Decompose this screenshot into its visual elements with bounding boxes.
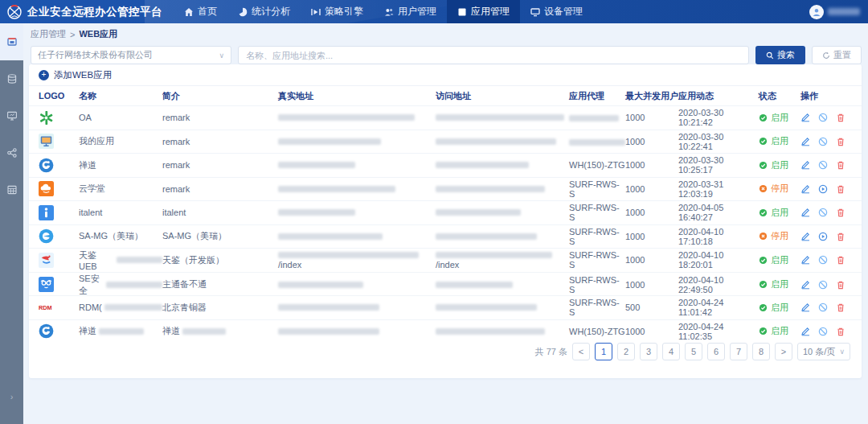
add-web-app-button[interactable]: + 添加WEB应用: [29, 64, 862, 86]
disable-app-button[interactable]: [818, 208, 828, 217]
app-description: 北京青铜器: [162, 302, 278, 314]
page-button-6[interactable]: 6: [707, 343, 725, 360]
page-size-select[interactable]: 10 条/页∨: [797, 343, 850, 360]
row-actions: [800, 232, 862, 241]
disable-app-button[interactable]: [818, 327, 828, 336]
breadcrumb-current: WEB应用: [79, 28, 117, 40]
search-button[interactable]: 搜索: [755, 46, 805, 64]
redacted-text: [436, 186, 545, 192]
search-input[interactable]: [238, 46, 749, 64]
disable-app-button[interactable]: [818, 303, 828, 312]
delete-app-button[interactable]: [836, 113, 845, 122]
sidebar-item-5[interactable]: [0, 171, 23, 208]
disable-app-button[interactable]: [818, 280, 828, 290]
status-badge: 启用: [759, 302, 800, 314]
edit-app-button[interactable]: [800, 137, 810, 146]
row-actions: [800, 280, 862, 290]
chevron-down-icon: ∨: [839, 348, 845, 356]
nav-item-6[interactable]: 设备管理: [520, 0, 593, 23]
delete-app-button[interactable]: [836, 184, 845, 194]
nav-item-2[interactable]: 统计分析: [227, 0, 301, 23]
max-concurrent-users: 1000: [625, 113, 678, 122]
topbar: 企业安全远程办公管控平台 首页统计分析策略引擎用户管理应用管理设备管理: [0, 0, 868, 23]
platform-logo-icon: [6, 4, 23, 20]
real-address: [278, 231, 436, 242]
chevron-down-icon: ∨: [219, 51, 224, 60]
edit-app-button[interactable]: [800, 303, 810, 312]
visit-address: [436, 326, 569, 337]
max-concurrent-users: 1000: [625, 160, 678, 170]
column-header: LOGO: [39, 91, 79, 101]
delete-app-button[interactable]: [836, 160, 845, 170]
column-header: 应用动态: [678, 90, 759, 102]
disable-app-button[interactable]: [818, 137, 828, 146]
edit-app-button[interactable]: [800, 184, 810, 194]
edit-app-button[interactable]: [800, 113, 810, 122]
delete-app-button[interactable]: [836, 208, 845, 217]
nav-item-5[interactable]: 应用管理: [447, 0, 520, 23]
disable-app-button[interactable]: [818, 255, 828, 265]
sidebar-item-3[interactable]: [0, 97, 23, 134]
user-menu[interactable]: [809, 0, 860, 23]
delete-app-button[interactable]: [836, 327, 845, 336]
check-circle-icon: [759, 256, 768, 265]
page-button-7[interactable]: 7: [730, 343, 747, 360]
column-header: 真实地址: [278, 90, 436, 102]
app-description: 禅道: [162, 325, 278, 337]
app-updated-time: 2020-04-24 11:02:35: [678, 322, 759, 341]
edit-app-button[interactable]: [800, 160, 810, 170]
sidebar-item-1[interactable]: [0, 23, 23, 60]
devices-icon: [530, 7, 540, 17]
edit-app-button[interactable]: [800, 255, 810, 265]
app-logo-italent: [39, 205, 54, 220]
breadcrumb-parent[interactable]: 应用管理: [31, 28, 66, 40]
filter-bar: 任子行网络技术股份有限公司 ∨ 搜索 重置: [23, 44, 868, 64]
redacted-text: [278, 162, 355, 168]
page-button-8[interactable]: 8: [752, 343, 770, 360]
column-header: 访问地址: [436, 90, 569, 102]
delete-app-button[interactable]: [836, 137, 845, 146]
disable-app-button[interactable]: [818, 160, 828, 170]
home-icon: [184, 7, 194, 17]
check-circle-icon: [759, 303, 768, 312]
delete-app-button[interactable]: [836, 303, 845, 312]
enable-app-button[interactable]: [818, 232, 828, 241]
edit-app-button[interactable]: [800, 232, 810, 241]
disable-app-button[interactable]: [818, 113, 828, 122]
page-button-3[interactable]: 3: [640, 343, 657, 360]
prev-page-button[interactable]: <: [572, 343, 590, 360]
page-button-5[interactable]: 5: [685, 343, 702, 360]
app-proxy: SURF-RWS-S: [569, 275, 625, 294]
grid-table-icon: [6, 184, 18, 196]
sidebar-expand-button[interactable]: ›: [0, 392, 23, 401]
redacted-text: [278, 282, 363, 288]
company-select[interactable]: 任子行网络技术股份有限公司 ∨: [31, 46, 231, 64]
edit-app-button[interactable]: [800, 208, 810, 217]
redacted-text: [436, 209, 521, 216]
redacted-text: [436, 282, 513, 288]
enable-app-button[interactable]: [818, 184, 828, 194]
page-button-2[interactable]: 2: [617, 343, 635, 360]
delete-app-button[interactable]: [836, 280, 845, 290]
redacted-text: [436, 304, 537, 311]
row-actions: [800, 184, 862, 194]
edit-app-button[interactable]: [800, 280, 810, 290]
sidebar-item-4[interactable]: [0, 134, 23, 171]
refresh-icon: [822, 51, 830, 60]
redacted-text: [278, 138, 381, 145]
status-badge: 启用: [759, 159, 800, 171]
sidebar-item-2[interactable]: [0, 60, 23, 97]
delete-app-button[interactable]: [836, 232, 845, 241]
edit-app-button[interactable]: [800, 327, 810, 336]
app-proxy: WH(150)-ZTG: [569, 160, 625, 170]
nav-item-4[interactable]: 用户管理: [374, 0, 447, 23]
apps-icon: [457, 7, 467, 17]
nav-item-3[interactable]: 策略引擎: [301, 0, 374, 23]
nav-item-1[interactable]: 首页: [174, 0, 227, 23]
next-page-button[interactable]: >: [775, 343, 792, 360]
reset-button[interactable]: 重置: [812, 46, 862, 64]
delete-app-button[interactable]: [836, 255, 845, 265]
max-concurrent-users: 500: [625, 303, 678, 312]
page-button-4[interactable]: 4: [662, 343, 680, 360]
page-button-1[interactable]: 1: [595, 343, 612, 360]
